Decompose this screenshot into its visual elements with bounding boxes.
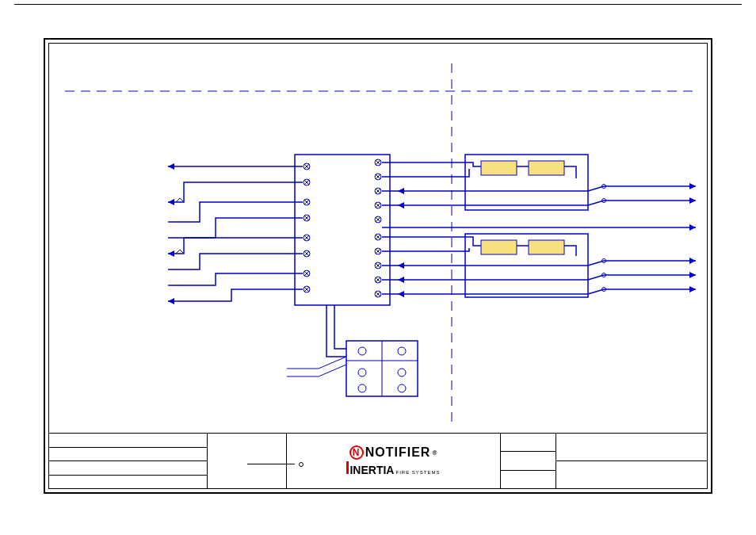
tb-row bbox=[556, 461, 707, 489]
title-block-col-2 bbox=[208, 434, 287, 488]
svg-marker-68 bbox=[689, 224, 696, 231]
notifier-n-icon: N bbox=[349, 445, 364, 460]
relay-area bbox=[465, 155, 588, 297]
projection-symbol-circle bbox=[299, 462, 304, 467]
tb-row bbox=[49, 461, 207, 476]
tb-row bbox=[49, 476, 207, 489]
inertia-text: INERTIA bbox=[349, 464, 394, 476]
svg-marker-73 bbox=[689, 272, 696, 278]
tb-row bbox=[49, 434, 207, 448]
svg-marker-71 bbox=[398, 291, 404, 297]
title-block-col-4 bbox=[501, 434, 556, 488]
registered-icon: ® bbox=[432, 449, 437, 457]
main-module-block bbox=[295, 155, 390, 305]
svg-marker-66 bbox=[689, 183, 696, 189]
title-block-col-5 bbox=[556, 434, 707, 488]
title-block: N NOTIFIER ® INERTIA FIRE SYSTEMS bbox=[49, 433, 707, 488]
notifier-text: NOTIFIER bbox=[365, 445, 431, 460]
tb-row bbox=[556, 434, 707, 461]
module-to-base-cable bbox=[287, 305, 346, 376]
svg-marker-54 bbox=[168, 163, 174, 170]
svg-marker-69 bbox=[398, 262, 404, 269]
notifier-logo: N NOTIFIER ® bbox=[349, 445, 438, 460]
tb-row bbox=[501, 434, 556, 452]
page-top-rule bbox=[14, 4, 742, 5]
title-block-logo-col: N NOTIFIER ® INERTIA FIRE SYSTEMS bbox=[287, 434, 501, 488]
svg-marker-72 bbox=[689, 258, 696, 264]
inertia-subtext: FIRE SYSTEMS bbox=[395, 470, 440, 475]
svg-marker-67 bbox=[689, 197, 696, 204]
schematic-svg bbox=[49, 44, 712, 435]
svg-marker-64 bbox=[398, 188, 404, 194]
svg-marker-65 bbox=[398, 202, 404, 208]
base-module bbox=[346, 341, 418, 396]
svg-marker-57 bbox=[168, 298, 174, 304]
svg-marker-56 bbox=[168, 250, 174, 257]
svg-rect-59 bbox=[481, 161, 517, 175]
svg-rect-60 bbox=[529, 161, 564, 175]
tb-row bbox=[501, 452, 556, 470]
inner-frame: N NOTIFIER ® INERTIA FIRE SYSTEMS bbox=[48, 43, 708, 489]
inertia-logo: INERTIA FIRE SYSTEMS bbox=[346, 461, 440, 476]
svg-rect-63 bbox=[529, 240, 564, 254]
inertia-bar-icon bbox=[346, 461, 349, 474]
tb-row bbox=[49, 448, 207, 462]
tb-row bbox=[501, 471, 556, 488]
svg-marker-74 bbox=[689, 286, 696, 292]
title-block-col-1 bbox=[49, 434, 208, 488]
svg-marker-70 bbox=[398, 277, 404, 283]
left-wires bbox=[168, 163, 303, 304]
drawing-frame: N NOTIFIER ® INERTIA FIRE SYSTEMS bbox=[44, 38, 712, 494]
projection-symbol-line bbox=[247, 464, 295, 464]
svg-marker-55 bbox=[168, 199, 174, 205]
svg-rect-62 bbox=[481, 240, 517, 254]
